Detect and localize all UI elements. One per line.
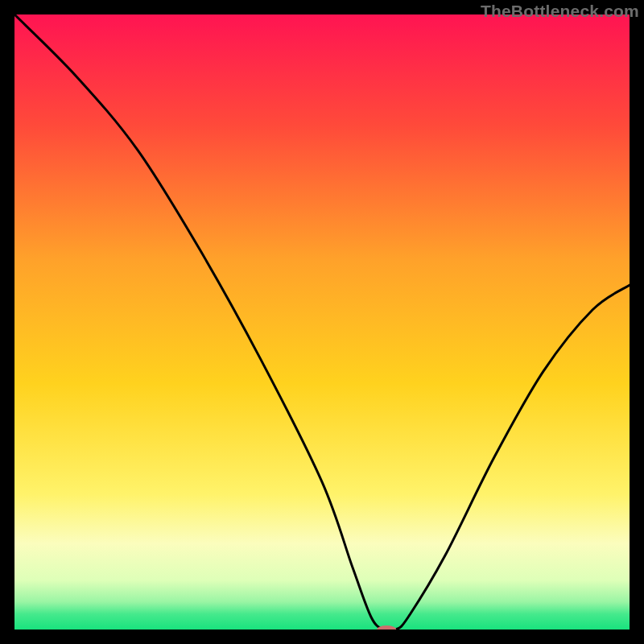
watermark-text: TheBottleneck.com [481, 2, 639, 21]
chart-frame: TheBottleneck.com [0, 0, 644, 644]
gradient-background [14, 14, 630, 630]
chart-svg [14, 14, 630, 630]
plot-area [14, 14, 630, 630]
